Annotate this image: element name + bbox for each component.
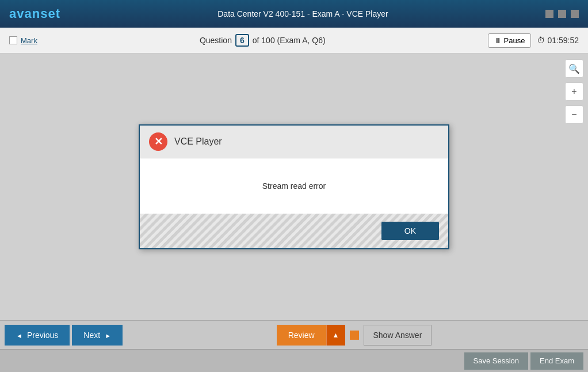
zoom-out-icon: − (571, 109, 576, 120)
dialog-header: ✕ VCE Player (140, 126, 448, 158)
previous-label: Previous (27, 331, 58, 340)
ok-button[interactable]: OK (381, 222, 439, 240)
error-dialog: ✕ VCE Player Stream read error OK (139, 124, 449, 249)
timer-display: ⏱ 01:59:52 (537, 36, 579, 45)
sidebar-tools: 🔍 + − (560, 54, 588, 320)
window-controls (545, 10, 579, 18)
next-button[interactable]: Next (72, 325, 123, 346)
question-number: 6 (235, 34, 249, 47)
dialog-footer: OK (140, 214, 448, 248)
zoom-in-icon: + (571, 86, 576, 97)
center-buttons: Review ▲ Show Answer (125, 325, 583, 346)
mark-checkbox[interactable] (9, 36, 17, 44)
subheader: Mark Question 6 of 100 (Exam A, Q6) ⏸ Pa… (0, 28, 588, 54)
dialog-title: VCE Player (174, 136, 222, 147)
minimize-button[interactable] (545, 10, 553, 18)
main-content: ✕ VCE Player Stream read error OK 🔍 + − (0, 54, 588, 320)
clock-icon: ⏱ (537, 36, 545, 45)
show-answer-button[interactable]: Show Answer (364, 325, 432, 346)
save-session-button[interactable]: Save Session (464, 352, 529, 370)
review-button[interactable]: Review (277, 325, 326, 346)
search-button[interactable]: 🔍 (565, 59, 583, 78)
maximize-button[interactable] (558, 10, 566, 18)
pause-button[interactable]: ⏸ Pause (488, 33, 532, 48)
timer-value: 01:59:52 (547, 36, 579, 45)
logo-avan: avan (9, 6, 40, 21)
zoom-out-button[interactable]: − (565, 105, 583, 124)
mark-label[interactable]: Mark (21, 36, 37, 45)
question-info: Question 6 of 100 (Exam A, Q6) (200, 34, 326, 47)
dialog-body: Stream read error (140, 158, 448, 214)
question-total: of 100 (Exam A, Q6) (253, 36, 326, 45)
next-label: Next (83, 331, 100, 340)
app-logo: avanset (9, 6, 60, 21)
next-arrow-icon (105, 331, 111, 340)
pause-icon: ⏸ (494, 36, 502, 45)
search-icon: 🔍 (568, 63, 580, 74)
question-label: Question (200, 36, 232, 45)
mark-area: Mark (9, 36, 37, 45)
logo-set: set (40, 6, 60, 21)
previous-arrow-icon (16, 331, 22, 340)
previous-button[interactable]: Previous (5, 325, 70, 346)
pause-timer-area: ⏸ Pause ⏱ 01:59:52 (488, 33, 579, 48)
title-bar: avanset Data Center V2 400-151 - Exam A … (0, 0, 588, 28)
review-dropdown-button[interactable]: ▲ (326, 325, 345, 346)
close-button[interactable] (571, 10, 579, 18)
action-bar: Save Session End Exam (0, 349, 588, 372)
show-answer-area: Show Answer (350, 325, 432, 346)
pause-label: Pause (504, 36, 525, 45)
error-icon: ✕ (149, 132, 167, 151)
show-answer-checkbox[interactable] (350, 331, 359, 340)
zoom-in-button[interactable]: + (565, 82, 583, 101)
bottom-navigation: Previous Next Review ▲ Show Answer (0, 320, 588, 349)
window-title: Data Center V2 400-151 - Exam A - VCE Pl… (60, 9, 545, 18)
end-exam-button[interactable]: End Exam (530, 352, 583, 370)
dialog-message: Stream read error (262, 181, 326, 191)
